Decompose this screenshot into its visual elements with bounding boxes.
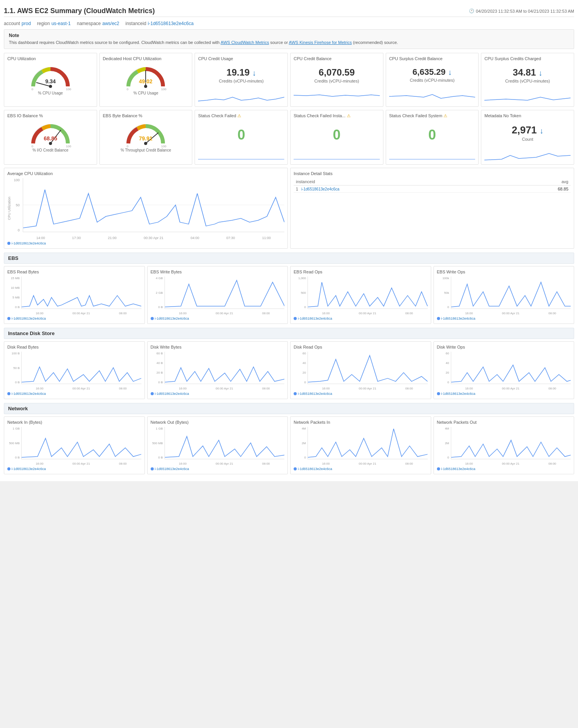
disk-read-bytes-legend: i-1d6518613e2e4c6ca — [7, 392, 141, 396]
disk-write-bytes-card: Disk Write Bytes 60 B40 B20 B0 B 16:0000… — [147, 341, 288, 399]
ebs-read-bytes-legend: i-1d6518613e2e4c6ca — [7, 317, 141, 320]
disk-write-bytes-chart: 60 B40 B20 B0 B 16:0000:00 Apr 2108:00 — [151, 352, 285, 390]
svg-text:0: 0 — [32, 88, 34, 90]
net-packets-out-card: Network Packets Out 4M2M0 16:0000:00 Apr… — [434, 416, 575, 474]
status-system-sparkline — [389, 147, 476, 160]
cpu-utilization-card: CPU Utilization 9.34 — [4, 53, 97, 107]
metadata-sparkline — [484, 148, 571, 161]
svg-text:100: 100 — [66, 88, 71, 90]
status-check-title: Status Check Failed ⚠ — [198, 113, 284, 118]
col-instanceid: instanceid — [294, 178, 504, 185]
metadata-value: 2,971 ↓ Count — [484, 120, 571, 145]
page-header: 1.1. AWS EC2 Summary (CloudWatch Metrics… — [4, 4, 574, 17]
warning-instance-icon: ⚠ — [347, 113, 351, 118]
dedicated-gauge: 49.02 0 100 % CPU Usage — [103, 63, 189, 95]
disk-section-header: Instance Disk Store — [4, 328, 574, 339]
legend-dot — [7, 242, 10, 245]
svg-text:100: 100 — [66, 145, 71, 147]
status-instance-value: 0 — [294, 121, 380, 145]
cpu-surplus-charged-sparkline — [484, 89, 571, 103]
svg-point-6 — [144, 85, 147, 88]
net-packets-in-card: Network Packets In 4M2M0 16:0000:00 Apr … — [290, 416, 431, 474]
svg-point-1 — [49, 85, 52, 88]
ebs-read-ops-card: EBS Read Ops 1,0005000 16:0000:00 Apr 21… — [290, 266, 431, 324]
net-in-legend: i-1d6518613e2e4c6ca — [7, 467, 141, 471]
ebs-io-balance-card: EBS IO Balance % 68.85 0 100 — [4, 110, 97, 165]
svg-text:100: 100 — [161, 88, 167, 90]
svg-text:0: 0 — [127, 88, 129, 90]
note-section: Note This dashboard requires CloudWatch … — [4, 29, 574, 49]
avg-cpu-panel: Average CPU Utilization 100 50 0 CPU Uti… — [4, 168, 288, 249]
disk-read-ops-legend: i-1d6518613e2e4c6ca — [294, 392, 428, 396]
status-check-failed-card: Status Check Failed ⚠ 0 — [195, 110, 288, 165]
net-packets-in-legend: i-1d6518613e2e4c6ca — [294, 467, 428, 471]
net-packets-in-chart: 4M2M0 16:0000:00 Apr 2108:00 — [294, 427, 428, 465]
svg-point-16 — [144, 142, 147, 145]
cpu-credit-usage-value: 19.19 ↓ Credits (vCPU-minutes) — [198, 63, 284, 87]
svg-text:0: 0 — [32, 145, 34, 147]
disk-write-ops-card: Disk Write Ops 6040200 16:0000:00 Apr 21… — [434, 341, 575, 399]
cloudwatch-metrics-link[interactable]: AWS CloudWatch Metrics — [220, 40, 269, 45]
svg-text:0: 0 — [127, 145, 129, 147]
avg-cpu-chart: 100 50 0 CPU Utilization 14:00 17:30 — [7, 178, 284, 240]
svg-text:68.85: 68.85 — [44, 135, 57, 142]
cpu-surplus-balance-sparkline — [389, 89, 476, 102]
net-packets-out-chart: 4M2M0 16:0000:00 Apr 2108:00 — [437, 427, 571, 465]
kinesis-firehose-link[interactable]: AWS Kinesis Firehose for Metrics — [289, 40, 352, 45]
cpu-instance-row: Average CPU Utilization 100 50 0 CPU Uti… — [4, 168, 574, 249]
svg-text:9.34: 9.34 — [45, 78, 55, 84]
ebs-io-gauge: 68.85 0 100 % I/O Credit Balance — [7, 120, 94, 152]
net-in-card: Network In (Bytes) 1 GB500 MB0 B 16:0000… — [4, 416, 145, 474]
net-out-card: Network Out (Bytes) 1 GB500 MB0 B 16:000… — [147, 416, 288, 474]
avg-cpu-chart-inner — [23, 178, 284, 232]
status-check-sparkline — [198, 147, 284, 160]
status-system-value: 0 — [389, 121, 476, 145]
net-out-chart: 1 GB500 MB0 B 16:0000:00 Apr 2108:00 — [151, 427, 285, 465]
net-packets-out-legend: i-1d6518613e2e4c6ca — [437, 467, 571, 471]
filter-namespace[interactable]: namespace aws/ec2 — [77, 21, 119, 26]
warning-system-icon: ⚠ — [444, 113, 447, 118]
status-check-instance-card: Status Check Failed Insta... ⚠ 0 — [290, 110, 383, 165]
svg-point-11 — [49, 142, 52, 145]
filter-region[interactable]: region us-east-1 — [37, 21, 71, 26]
ebs-read-bytes-card: EBS Read Bytes 15 MB10 MB5 MB0 B 16:0000… — [4, 266, 145, 324]
filter-bar: account prod region us-east-1 namespace … — [4, 19, 574, 29]
ebs-write-ops-card: EBS Write Ops 100k50k0 16:0000:00 Apr 21… — [434, 266, 575, 324]
cpu-credit-usage-sparkline — [198, 89, 284, 103]
ebs-byte-gauge-svg: 79.91 0 100 — [124, 120, 167, 147]
net-in-chart: 1 GB500 MB0 B 16:0000:00 Apr 2108:00 — [7, 427, 141, 465]
ebs-write-bytes-card: EBS Write Bytes 4 GB2 GB0 B 16:0000:00 A… — [147, 266, 288, 324]
table-row: 1 i-1d6518613e2e4c6ca 68.85 — [294, 185, 571, 193]
ebs-read-ops-chart: 1,0005000 16:0000:00 Apr 2108:00 — [294, 276, 428, 315]
status-instance-title: Status Check Failed Insta... ⚠ — [294, 113, 380, 118]
filter-instanceid[interactable]: instanceid i-1d6518613e2e4c6ca — [126, 21, 194, 26]
cpu-surplus-balance-value: 6,635.29 ↓ Credits (vCPU-minutes) — [389, 63, 476, 86]
header-time: 🕐 04/20/2023 11:32:53 AM to 04/21/2023 1… — [469, 8, 574, 13]
page-title: 1.1. AWS EC2 Summary (CloudWatch Metrics… — [4, 7, 155, 15]
svg-text:100: 100 — [161, 145, 167, 147]
dedicated-host-card: Dedicated Host CPU Utilization 49.02 0 1… — [99, 53, 193, 107]
disk-write-bytes-legend: i-1d6518613e2e4c6ca — [151, 392, 285, 396]
cpu-metrics-row: CPU Utilization 9.34 — [4, 53, 574, 107]
cpu-surplus-balance-card: CPU Surplus Credit Balance 6,635.29 ↓ Cr… — [386, 53, 479, 107]
ebs-write-ops-chart: 100k50k0 16:0000:00 Apr 2108:00 — [437, 276, 571, 315]
svg-text:49.02: 49.02 — [139, 78, 153, 84]
ebs-write-ops-legend: i-1d6518613e2e4c6ca — [437, 317, 571, 320]
ebs-read-bytes-chart: 15 MB10 MB5 MB0 B 16:0000:00 Apr 2108:00 — [7, 276, 141, 315]
disk-read-ops-chart: 6040200 16:0000:00 Apr 2108:00 — [294, 352, 428, 390]
metadata-no-token-card: Metadata No Token 2,971 ↓ Count — [481, 110, 574, 165]
warning-icon: ⚠ — [237, 113, 241, 118]
ebs-section-header: EBS — [4, 253, 574, 264]
disk-charts-row: Disk Read Bytes 100 B50 B0 B 16:0000:00 … — [4, 341, 574, 399]
ebs-byte-gauge: 79.91 0 100 % Throughput Credit Balance — [103, 120, 189, 152]
cpu-surplus-charged-card: CPU Surplus Credits Charged 34.81 ↓ Cred… — [481, 53, 574, 107]
cpu-credit-balance-value: 6,070.59 Credits (vCPU-minutes) — [294, 63, 380, 87]
cpu-surplus-charged-value: 34.81 ↓ Credits (vCPU-minutes) — [484, 63, 571, 87]
note-text: This dashboard requires CloudWatch metri… — [9, 40, 569, 46]
cpu-gauge: 9.34 0 100 % CPU Usage — [7, 63, 94, 95]
status-check-value: 0 — [198, 121, 284, 145]
ebs-io-gauge-svg: 68.85 0 100 — [29, 120, 72, 147]
filter-account[interactable]: account prod — [4, 21, 31, 26]
ebs-charts-row: EBS Read Bytes 15 MB10 MB5 MB0 B 16:0000… — [4, 266, 574, 324]
network-charts-row: Network In (Bytes) 1 GB500 MB0 B 16:0000… — [4, 416, 574, 474]
